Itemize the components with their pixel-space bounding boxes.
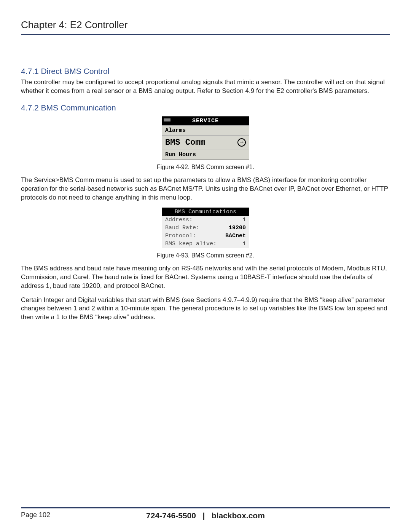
section-heading-472: 4.7.2 BMS Communication — [21, 103, 390, 112]
lcd2-protocol-value: BACnet — [225, 233, 246, 239]
footer-separator: | — [202, 511, 205, 520]
page-footer: Page 102 724-746-5500 | blackbox.com — [21, 504, 390, 519]
lcd2-baud-label: Baud Rate: — [165, 225, 199, 231]
lcd1-bms-comm-label: BMS Comm — [165, 138, 206, 147]
footer-contact: 724-746-5500 | blackbox.com — [146, 511, 265, 520]
lcd2-keepalive-value: 1 — [242, 241, 246, 247]
paragraph-471: The controller may be configured to acce… — [21, 78, 390, 96]
footer-page-number: Page 102 — [21, 511, 50, 519]
lcd2-address-value: 1 — [242, 217, 246, 223]
figure-93: BMS Communications Address: 1 Baud Rate:… — [21, 208, 390, 248]
title-rule-thick — [21, 34, 390, 35]
lcd2-keepalive-label: BMS keep alive: — [165, 241, 217, 247]
paragraph-after-fig93-2: Certain Integer and Digital variables th… — [21, 296, 390, 322]
lcd1-row-alarms[interactable]: Alarms — [162, 125, 249, 135]
figure-92: SERVICE Alarms BMS Comm → Run Hours — [21, 116, 390, 160]
title-rule-thin — [21, 36, 390, 36]
chapter-title: Chapter 4: E2 Controller — [21, 19, 390, 31]
lcd2-row-baud[interactable]: Baud Rate: 19200 — [162, 224, 249, 232]
lcd1-row-bms-comm[interactable]: BMS Comm → — [162, 135, 249, 150]
paragraph-after-fig93-1: The BMS address and baud rate have meani… — [21, 264, 390, 291]
figure-93-caption: Figure 4-93. BMS Comm screen #2. — [21, 252, 390, 259]
paragraph-after-fig92: The Service>BMS Comm menu is used to set… — [21, 176, 390, 202]
lcd2-row-address[interactable]: Address: 1 — [162, 216, 249, 224]
footer-spacer — [388, 511, 390, 519]
lcd1-header: SERVICE — [162, 117, 249, 125]
lcd2-row-protocol[interactable]: Protocol: BACnet — [162, 232, 249, 240]
lcd2-baud-value: 19200 — [229, 225, 246, 231]
lcd-screen-1: SERVICE Alarms BMS Comm → Run Hours — [162, 116, 249, 160]
lcd2-row-keepalive[interactable]: BMS keep alive: 1 — [162, 240, 249, 248]
section-heading-471: 4.7.1 Direct BMS Control — [21, 67, 390, 76]
lcd2-protocol-label: Protocol: — [165, 233, 196, 239]
lcd2-address-label: Address: — [165, 217, 193, 223]
footer-site: blackbox.com — [212, 511, 265, 520]
lcd1-row-run-hours[interactable]: Run Hours — [162, 150, 249, 160]
lcd-screen-2: BMS Communications Address: 1 Baud Rate:… — [162, 208, 249, 248]
lcd2-header: BMS Communications — [162, 208, 249, 216]
document-page: Chapter 4: E2 Controller 4.7.1 Direct BM… — [0, 0, 411, 532]
figure-92-caption: Figure 4-92. BMS Comm screen #1. — [21, 164, 390, 171]
arrow-right-icon: → — [237, 138, 246, 147]
footer-phone: 724-746-5500 — [146, 511, 196, 520]
